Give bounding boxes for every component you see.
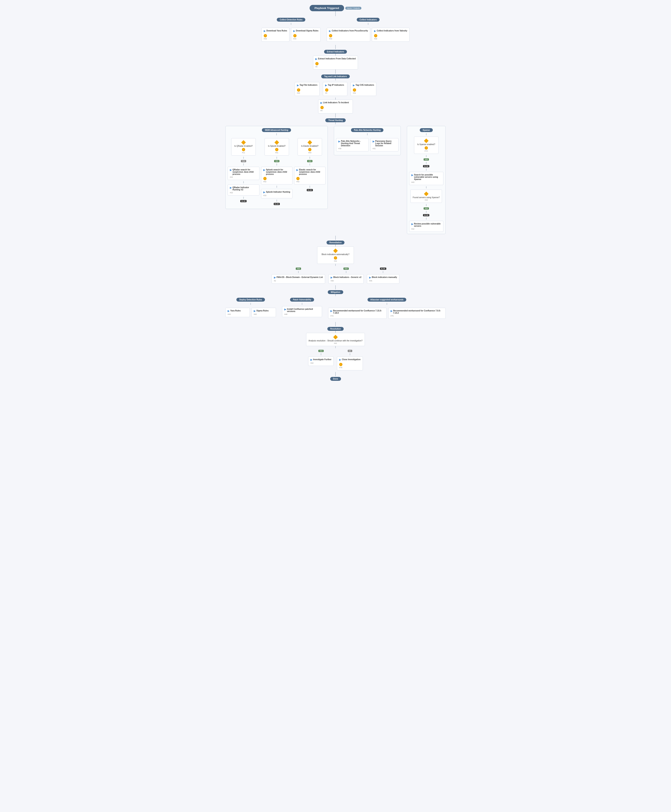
sigma-col: ▶Download Sigma Rules ! #34 — [291, 28, 321, 42]
found-else-badge: ELSE — [423, 214, 429, 216]
threat-hunting-section: Threat Hunting — [225, 118, 446, 124]
splunk-indicator-card[interactable]: ▶Splunk Indicator Hunting #33 — [261, 189, 293, 198]
resolution-section: Resolution Analysis resolution - Should … — [225, 327, 446, 376]
collect-valosity-card[interactable]: ▶Collect Indicators from Valosity ! #34 — [372, 28, 409, 42]
indicators-tasks-row: ▶Collect Indicators from PicusSecurity !… — [327, 28, 409, 42]
tag-cve-badge: ! — [353, 89, 356, 92]
tag-link-pill: Tag and Link Indicators — [321, 75, 350, 78]
download-yara-card[interactable]: ▶Download Yara Rules ! #33 — [261, 28, 290, 42]
remediation-pill: Remediation — [327, 241, 344, 244]
extract-card[interactable]: ▶Extract Indicators From Data Collected … — [313, 56, 358, 70]
xpanse-pill: Xpanse — [420, 128, 433, 132]
panorama-card[interactable]: ▶Panorama Query Logs for Related Session… — [370, 138, 399, 152]
threat-hunting-pill: Threat Hunting — [325, 118, 346, 122]
patch-vuln-col: Patch Vulnerability ▶Install Confluence … — [282, 298, 322, 317]
collect-row: Collect Detection Rules ▶Download Yara R… — [225, 18, 446, 43]
remediation-section: Remediation Block indicators automatical… — [225, 241, 446, 289]
xpanse-else-badge: ELSE — [423, 165, 429, 167]
mitigation-section: Mitigation Deploy Detection Rules ▶Yara … — [225, 290, 446, 326]
analysis-resolution-card[interactable]: Analysis resolution - Should continue wi… — [306, 333, 364, 346]
block-tasks-row: YES ▶PAN-OS - Block Domain - External Dy… — [272, 268, 399, 284]
qradar-yes-badge: YES — [241, 160, 246, 162]
block-generic-card[interactable]: ▶Block Indicators - Generic v2 #30 — [329, 274, 364, 284]
yara-col: ▶Download Yara Rules ! #33 — [261, 28, 290, 42]
block-auto-card[interactable]: Block indicators automatically? ! #41 — [317, 247, 354, 264]
tag-ip-card[interactable]: ▶Tag IP Indicators ! #5 — [323, 82, 347, 96]
yara-rules-card[interactable]: ▶Yara Rules #43 — [225, 308, 250, 317]
hunting-row: SIEM Advanced Hunting Is QRadar Enabled?… — [225, 126, 446, 234]
palo-hunting-card[interactable]: ▶Palo Alto Networks - Hunting And Threat… — [336, 138, 369, 152]
deploy-tasks-row: ▶Yara Rules #43 ▶Sigma Rules #42 — [225, 308, 276, 317]
collect-picus-card[interactable]: ▶Collect Indicators from PicusSecurity !… — [327, 28, 370, 42]
palo-tasks-row: ▶Palo Alto Networks - Hunting And Threat… — [336, 138, 399, 152]
xpanse-group: Xpanse Is Xpanse enabled? ! #YC YES ELSE… — [407, 126, 446, 234]
found-yes-badge: YES — [424, 207, 429, 210]
review-servers-card[interactable]: ▶Review possible vulnerable servers #42 — [409, 221, 443, 232]
pan-yes-badge: YES — [296, 268, 301, 270]
is-qradar-card[interactable]: Is QRadar Enabled? ! #11 — [231, 138, 256, 155]
investigate-col: YES ▶Investigate Further #42 — [308, 350, 334, 366]
siem-pill: SIEM Advanced Hunting — [262, 128, 291, 132]
pan-block-card[interactable]: ▶PAN-OS - Block Domain - External Dynami… — [272, 274, 325, 284]
deploy-rules-pill: Deploy Detection Rules — [237, 298, 265, 302]
block-generic-col: YES ▶Block Indicators - Generic v2 #30 — [329, 268, 364, 284]
qradar-indicator-card[interactable]: ▶QRadar Indicator Hunting V2 #22 — [228, 184, 259, 196]
patch-vuln-pill: Patch Vulnerability — [290, 298, 314, 302]
download-sigma-card[interactable]: ▶Download Sigma Rules ! #34 — [291, 28, 321, 42]
pan-block-col: YES ▶PAN-OS - Block Domain - External Dy… — [272, 268, 325, 284]
splunk-search-card[interactable]: ▶Splunk search for suspicious Java child… — [261, 167, 293, 184]
tag-file-badge: ! — [297, 89, 300, 92]
resolution-pill: Resolution — [327, 327, 344, 331]
panorama-col: ▶Panorama Query Logs for Related Session… — [370, 138, 399, 152]
collect-detection-pill: Collect Detection Rules — [277, 18, 305, 22]
is-xpanse-card[interactable]: Is Xpanse enabled? ! #YC — [414, 136, 438, 154]
install-confluence-card[interactable]: ▶Install Confluence patched versions #48 — [282, 306, 322, 317]
investigate-yes-badge: YES — [318, 350, 324, 352]
qradar-else-badge: ELSE — [240, 200, 247, 202]
qradar-col: Is QRadar Enabled? ! #11 YES ▶QRadar sea… — [228, 138, 259, 202]
splunk-col: Is Splunk Enabled? ! #41 YES ▶Splunk sea… — [261, 138, 293, 205]
splunk-yes-badge: YES — [274, 160, 279, 162]
is-elastic-card[interactable]: Is Elastic Enabled? ! #43 — [298, 138, 322, 155]
found-servers-card[interactable]: Found servers using Xpanse? #43 — [410, 189, 442, 203]
inputs-outputs-label: Inputs / Outputs — [345, 7, 362, 10]
tag-link-section: Tag and Link Indicators ▶Tag File Indica… — [225, 75, 446, 118]
mitigation-row: Deploy Detection Rules ▶Yara Rules #43 ▶… — [225, 298, 446, 321]
block-manual-card[interactable]: ▶Block indicators manually #45 — [367, 274, 399, 284]
palo-group: Palo Alto Networks Hunting ▶Palo Alto Ne… — [334, 126, 401, 155]
resolution-tasks-row: YES ▶Investigate Further #42 NO ▶Close I… — [308, 350, 363, 370]
tag-tasks-row: ▶Tag File Indicators ! #33 ▶Tag IP Indic… — [295, 82, 376, 96]
trigger-section: Playbook Triggered Inputs / Outputs — [225, 5, 446, 16]
collect-indicators-pill: Collect Indicators — [357, 18, 380, 22]
elastic-search-card[interactable]: ▶Elastic search for suspicious Java chil… — [294, 167, 325, 184]
tag-file-col: ▶Tag File Indicators ! #33 — [295, 82, 320, 96]
recommended-7-0-card[interactable]: ▶Recommended workaround for Confluence 7… — [388, 308, 446, 319]
palo-hunting-col: ▶Palo Alto Networks - Hunting And Threat… — [336, 138, 369, 152]
valosity-badge: ! — [374, 34, 377, 38]
deploy-rules-col: Deploy Detection Rules ▶Yara Rules #43 ▶… — [225, 298, 276, 319]
tag-ip-col: ▶Tag IP Indicators ! #5 — [323, 82, 347, 96]
is-splunk-card[interactable]: Is Splunk Enabled? ! #41 — [264, 138, 289, 155]
sigma-rules-card[interactable]: ▶Sigma Rules #42 — [252, 308, 276, 317]
close-card[interactable]: ▶Close Investigation ! #76 — [337, 357, 363, 370]
recommended-7-15-card[interactable]: ▶Recommended workaround for Confluence 7… — [328, 308, 387, 319]
picus-col: ▶Collect Indicators from PicusSecurity !… — [327, 28, 370, 42]
done-section: Done — [225, 377, 446, 381]
investigate-card[interactable]: ▶Investigate Further #42 — [308, 357, 334, 366]
collect-detection-col: Collect Detection Rules ▶Download Yara R… — [261, 18, 320, 43]
tag-ip-badge: ! — [325, 89, 329, 92]
qradar-search-card[interactable]: ▶QRadar search for suspicious Java child… — [228, 167, 259, 180]
extract-badge: ! — [315, 62, 318, 65]
extract-section: Extract Indicators ▶Extract Indicators F… — [225, 50, 446, 74]
block-manual-col: ELSE ▶Block indicators manually #45 — [367, 268, 399, 284]
atlassian-pill: Atlassian suggested workarounds — [368, 298, 407, 302]
search-xpanse-card[interactable]: ▶Search for possible vulnerable servers … — [409, 172, 443, 185]
close-col: NO ▶Close Investigation ! #76 — [337, 350, 363, 370]
atlassian-col: Atlassian suggested workarounds ▶Recomme… — [328, 298, 446, 321]
tag-cve-card[interactable]: ▶Tag CVE Indicators ! #31 — [351, 82, 376, 96]
tag-file-card[interactable]: ▶Tag File Indicators ! #33 — [295, 82, 320, 96]
manual-else-badge: ELSE — [380, 268, 386, 270]
link-incident-card[interactable]: ▶Link Indicators To Incident ! #4 — [318, 100, 353, 113]
xpanse-yes-badge: YES — [424, 159, 429, 160]
siem-group: SIEM Advanced Hunting Is QRadar Enabled?… — [225, 126, 328, 209]
